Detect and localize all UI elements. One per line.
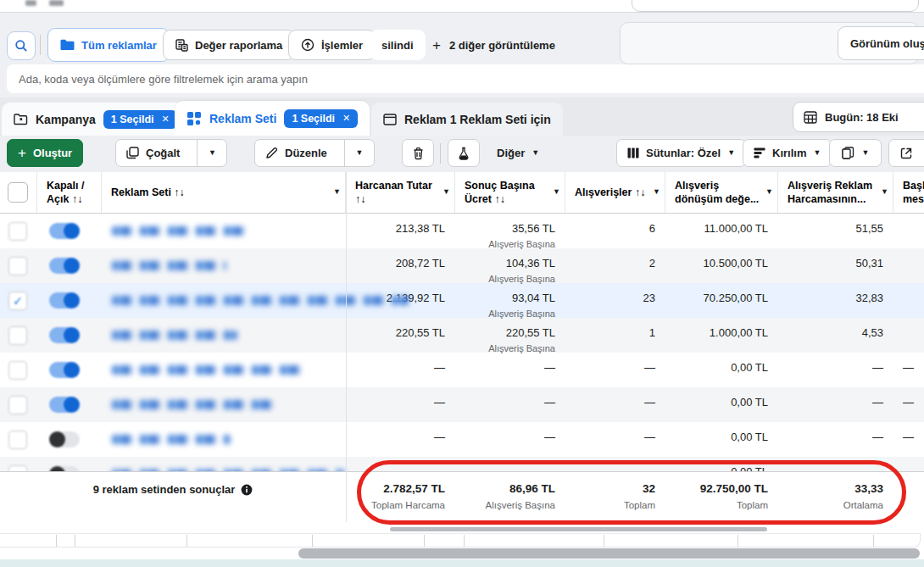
table-body: 213,38 TL35,56 TLAlışveriş Başına611.000… <box>0 214 924 471</box>
row-checkbox[interactable] <box>0 353 37 387</box>
adset-name-blurred[interactable] <box>102 353 346 387</box>
tab-ad-label: Reklam 1 Reklam Seti için <box>404 113 551 126</box>
row-checkbox[interactable] <box>0 214 37 250</box>
adset-name-blurred[interactable] <box>102 248 346 285</box>
edit-button[interactable]: Düzenle ▼ <box>254 139 375 167</box>
status-toggle[interactable] <box>37 422 102 457</box>
tab-ad[interactable]: Reklam 1 Reklam Seti için <box>371 103 563 136</box>
duplicate-dropdown[interactable]: ▼ <box>197 140 226 166</box>
status-toggle[interactable] <box>37 457 102 471</box>
info-icon[interactable] <box>241 483 253 496</box>
chevron-down-icon[interactable]: ▼ <box>765 187 773 197</box>
row-checkbox[interactable] <box>0 318 37 354</box>
row-checkbox[interactable] <box>0 457 37 471</box>
ab-test-button[interactable] <box>448 139 480 167</box>
adset-name-blurred[interactable] <box>102 457 346 471</box>
row-checkbox[interactable] <box>0 387 37 422</box>
table-row[interactable]: 208,72 TL104,36 TLAlışveriş Başına210.50… <box>0 248 924 283</box>
view-tab-value-reporting[interactable]: Değer raporlama <box>163 30 295 60</box>
create-button[interactable]: + Oluştur <box>7 139 83 167</box>
clipped-text <box>25 0 36 6</box>
column-header-status[interactable]: Kapalı / Açık ↑↓ <box>37 172 102 213</box>
adset-selected-badge[interactable]: 1 Seçildi ✕ <box>284 109 358 128</box>
roas-cell: — <box>778 422 893 457</box>
columns-button[interactable]: Sütunlar: Özel ▼ <box>616 139 746 167</box>
view-tab-actions[interactable]: İşlemler <box>288 30 376 60</box>
status-toggle[interactable] <box>37 353 102 387</box>
close-icon[interactable]: ✕ <box>162 114 170 124</box>
delete-button[interactable] <box>402 139 434 167</box>
table-row[interactable]: ———0,00 TL—— <box>0 422 924 457</box>
clipped-cell <box>893 248 924 285</box>
roas-cell: 4,53 <box>778 318 893 354</box>
search-icon <box>14 39 28 53</box>
reports-button[interactable]: ▼ <box>829 139 882 167</box>
plus-icon: + <box>18 146 26 160</box>
column-header-roas[interactable]: Alışveriş Reklam Harcamasının... ▼ <box>778 172 893 213</box>
more-button[interactable]: Diğer ▼ <box>487 139 549 167</box>
horizontal-scrollbar-thumb[interactable] <box>298 548 920 559</box>
status-toggle[interactable] <box>37 283 102 320</box>
column-header-clipped[interactable]: Başlamesa <box>893 172 924 213</box>
filter-search-input[interactable]: Ada, koda veya ölçümlere göre filtreleme… <box>7 64 924 93</box>
adset-name-blurred[interactable] <box>102 387 346 422</box>
plus-icon: + <box>432 38 441 53</box>
column-header-conversion-value[interactable]: Alışveriş dönüşüm değe... ▼ <box>665 172 778 213</box>
spent-cell: — <box>346 353 455 387</box>
inner-scrollbar-thumb[interactable] <box>390 527 767 531</box>
chevron-down-icon[interactable]: ▼ <box>333 187 341 197</box>
upload-circle-icon <box>301 38 314 52</box>
roas-cell: — <box>778 457 893 471</box>
purchases-cell: 2 <box>565 248 665 285</box>
table-row[interactable]: 213,38 TL35,56 TLAlışveriş Başına611.000… <box>0 214 924 248</box>
tab-adset[interactable]: Reklam Seti 1 Seçildi ✕ <box>175 101 370 136</box>
column-header-adset[interactable]: Reklam Seti ↑↓ ▼ <box>102 172 346 213</box>
view-tab-all-ads[interactable]: Tüm reklamlar <box>47 28 170 62</box>
more-views-button[interactable]: + 2 diğer görüntüleme <box>432 30 555 60</box>
tab-campaign[interactable]: Kampanya 1 Seçildi ✕ <box>2 103 189 136</box>
column-header-spent[interactable]: Harcanan Tutar ↑↓ ▼ <box>346 172 455 213</box>
table-row[interactable]: ———0,00 TL—— <box>0 457 924 471</box>
adset-name-blurred[interactable] <box>102 318 346 354</box>
cost-per-result-cell: 220,55 TLAlışveriş Başına <box>455 318 565 354</box>
table-row[interactable]: ———0,00 TL—— <box>0 387 924 422</box>
status-toggle[interactable] <box>37 318 102 354</box>
column-header-purchases[interactable]: Alışverişler ↑↓ ▼ <box>565 172 665 213</box>
chevron-down-icon[interactable]: ▼ <box>653 187 660 197</box>
row-checkbox[interactable] <box>0 422 37 457</box>
chevron-down-icon[interactable]: ▼ <box>881 187 888 197</box>
adset-name-blurred[interactable] <box>102 422 346 457</box>
breakdown-button[interactable]: Kırılım ▼ <box>743 139 832 167</box>
export-button[interactable] <box>888 139 924 167</box>
table-row[interactable]: 220,55 TL220,55 TLAlışveriş Başına11.000… <box>0 318 924 353</box>
column-header-cost-per-result[interactable]: Sonuç Başına Ücret ↑↓ ▼ <box>455 172 565 213</box>
search-button[interactable] <box>7 31 36 60</box>
edit-dropdown[interactable]: ▼ <box>344 140 374 166</box>
table-header: Kapalı / Açık ↑↓ Reklam Seti ↑↓ ▼ Harcan… <box>0 172 924 214</box>
row-checkbox[interactable]: ✓ <box>0 283 37 320</box>
clipped-cell <box>893 318 924 354</box>
cost-per-result-cell: 104,36 TLAlışveriş Başına <box>455 248 565 285</box>
view-tab-deleted[interactable]: silindi <box>370 30 426 60</box>
status-toggle[interactable] <box>37 387 102 422</box>
date-range-button[interactable]: Bugün: 18 Eki <box>793 102 924 132</box>
adset-name-blurred[interactable] <box>102 283 346 320</box>
spent-cell: — <box>346 422 455 457</box>
close-icon[interactable]: ✕ <box>342 114 350 123</box>
create-view-button[interactable]: Görünüm oluşt <box>838 26 924 60</box>
purchases-cell: — <box>565 387 665 422</box>
chevron-down-icon[interactable]: ▼ <box>443 187 450 197</box>
table-row[interactable]: ———0,00 TL—— <box>0 353 924 387</box>
select-all-checkbox[interactable] <box>0 172 37 213</box>
toolbar: + Oluştur Çoğalt ▼ Düze <box>0 136 924 172</box>
duplicate-button[interactable]: Çoğalt ▼ <box>115 139 227 167</box>
more-views-label: 2 diğer görüntüleme <box>449 39 555 52</box>
table-row[interactable]: ✓2.139,92 TL93,04 TLAlışveriş Başına2370… <box>0 283 924 318</box>
horizontal-scrollbar[interactable] <box>0 548 924 559</box>
chevron-down-icon[interactable]: ▼ <box>553 187 560 197</box>
adset-name-blurred[interactable] <box>102 214 346 250</box>
status-toggle[interactable] <box>37 248 102 285</box>
campaign-selected-badge[interactable]: 1 Seçildi ✕ <box>103 110 177 129</box>
row-checkbox[interactable] <box>0 248 37 285</box>
status-toggle[interactable] <box>37 214 102 250</box>
